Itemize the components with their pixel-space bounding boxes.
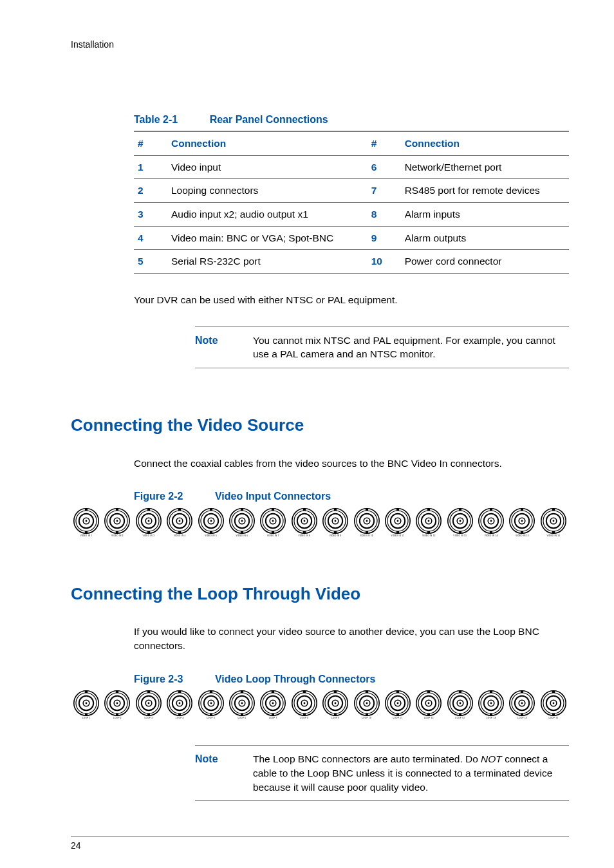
cell-num: 8 [367, 203, 401, 227]
bnc-connector: LOOP 12 [413, 690, 444, 719]
svg-rect-181 [366, 713, 368, 715]
bnc-connector-icon [229, 508, 255, 534]
svg-rect-20 [147, 531, 150, 533]
bnc-connector: LOOP 2 [102, 690, 133, 719]
section-heading-loop-through: Connecting the Loop Through Video [71, 582, 569, 605]
svg-rect-6 [85, 531, 88, 533]
bnc-connector-icon [73, 690, 99, 716]
svg-point-214 [521, 703, 523, 704]
bnc-connector-icon [260, 690, 286, 716]
bnc-connector: VIDEO IN 7 [257, 508, 288, 537]
svg-rect-82 [427, 508, 430, 510]
bnc-connector: VIDEO IN 2 [102, 508, 133, 537]
table-row: 3 Audio input x2; audio output x1 8 Alar… [134, 203, 569, 227]
svg-rect-97 [490, 531, 492, 533]
svg-rect-222 [552, 691, 555, 693]
bnc-connector: VIDEO IN 5 [196, 508, 227, 537]
svg-rect-138 [178, 691, 181, 693]
cell-num: 1 [134, 155, 167, 179]
svg-rect-96 [490, 508, 492, 510]
svg-point-165 [303, 703, 305, 704]
bnc-connector-label: LOOP 5 [207, 717, 215, 719]
bnc-connector-label: VIDEO IN 14 [485, 534, 498, 537]
col-conn-1: Connection [167, 131, 367, 155]
svg-point-200 [459, 703, 461, 704]
svg-rect-145 [210, 691, 212, 693]
note-label: Note [195, 752, 253, 766]
svg-rect-152 [241, 691, 243, 693]
bnc-connector-label: LOOP 13 [455, 717, 465, 719]
svg-rect-34 [210, 531, 212, 533]
svg-rect-47 [272, 508, 274, 510]
svg-rect-68 [366, 508, 368, 510]
bnc-connector-label: VIDEO IN 15 [516, 534, 529, 537]
bnc-connector-icon [136, 508, 162, 534]
table-row: 5 Serial RS-232C port 10 Power cord conn… [134, 250, 569, 274]
table-caption-title: Rear Panel Connections [210, 114, 328, 125]
bnc-connector-icon [416, 508, 442, 534]
cell-conn: RS485 port for remote devices [401, 179, 569, 203]
svg-point-179 [366, 703, 367, 704]
svg-rect-159 [272, 691, 274, 693]
svg-rect-124 [116, 691, 118, 693]
bnc-connector: LOOP 13 [445, 690, 476, 719]
bnc-connector-icon [354, 690, 380, 716]
bnc-connector: LOOP 7 [257, 690, 288, 719]
bnc-connector: LOOP 8 [289, 690, 320, 719]
bnc-connector-label: VIDEO IN 6 [236, 534, 248, 537]
bnc-connector-icon [541, 508, 566, 534]
svg-rect-209 [490, 713, 492, 715]
svg-rect-27 [178, 531, 181, 533]
svg-rect-40 [241, 508, 243, 510]
cell-num: 10 [367, 250, 401, 274]
svg-rect-215 [521, 691, 523, 693]
svg-rect-83 [427, 531, 430, 533]
svg-rect-48 [272, 531, 274, 533]
svg-point-102 [521, 520, 523, 522]
svg-rect-125 [116, 713, 118, 715]
bnc-connector-icon [541, 690, 566, 716]
cell-conn: Alarm outputs [401, 226, 569, 250]
body-paragraph: If you would like to connect your video … [134, 625, 569, 652]
running-header: Installation [71, 39, 569, 52]
note-text-pre: The Loop BNC connectors are auto termina… [253, 753, 481, 764]
bnc-connector-label: LOOP 8 [300, 717, 308, 719]
svg-rect-202 [459, 713, 461, 715]
cell-num: 3 [134, 203, 167, 227]
bnc-connector-label: VIDEO IN 9 [330, 534, 342, 537]
svg-rect-54 [303, 508, 306, 510]
svg-point-81 [428, 520, 430, 522]
bnc-connector-label: VIDEO IN 5 [205, 534, 217, 537]
bnc-connector: LOOP 6 [227, 690, 257, 719]
svg-point-67 [366, 520, 367, 522]
bnc-connector-label: VIDEO IN 2 [111, 534, 124, 537]
bnc-connector-icon [229, 690, 255, 716]
bnc-connector-label: VIDEO IN 4 [174, 534, 186, 537]
svg-rect-69 [366, 531, 368, 533]
bnc-connector-label: LOOP 12 [424, 717, 434, 719]
svg-rect-223 [552, 713, 555, 715]
svg-rect-111 [552, 531, 555, 533]
svg-rect-208 [490, 691, 492, 693]
svg-rect-160 [272, 713, 274, 715]
bnc-connector-icon [385, 690, 411, 716]
note-block: Note The Loop BNC connectors are auto te… [195, 745, 569, 801]
svg-point-123 [116, 703, 118, 704]
bnc-connector-label: LOOP 7 [269, 717, 277, 719]
cell-conn: Video main: BNC or VGA; Spot-BNC [167, 226, 367, 250]
bnc-connector-label: VIDEO IN 16 [547, 534, 561, 537]
table-row: 1 Video input 6 Network/Ethernet port [134, 155, 569, 179]
bnc-connector-label: VIDEO IN 13 [453, 534, 467, 537]
bnc-connector: LOOP 4 [164, 690, 195, 719]
figure-caption-label: Figure 2-3 [134, 674, 183, 684]
bnc-connector-label: LOOP 2 [113, 717, 122, 719]
bnc-connector-icon [167, 690, 192, 716]
cell-conn: Looping connectors [167, 179, 367, 203]
svg-rect-117 [85, 691, 88, 693]
svg-point-186 [397, 703, 399, 704]
cell-conn: Network/Ethernet port [401, 155, 569, 179]
svg-point-4 [86, 520, 88, 522]
cell-conn: Serial RS-232C port [167, 250, 367, 274]
svg-point-144 [210, 703, 212, 704]
bnc-connector-icon [292, 690, 317, 716]
